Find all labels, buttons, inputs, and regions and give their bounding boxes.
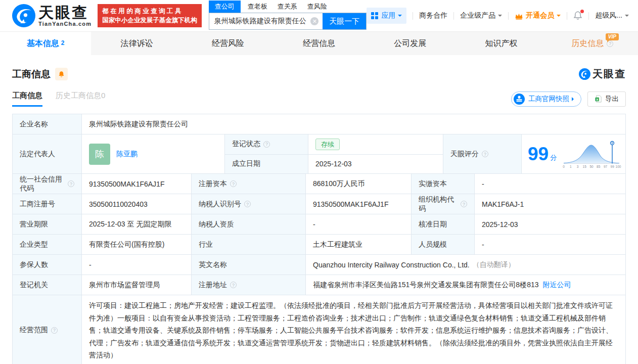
notification-bell[interactable] [573,11,582,20]
legal-rep-cell: 陈 陈亚鹏 [81,134,224,173]
divider [413,12,413,20]
slogan-line1: 都 在 用 的 商 业 查 询 工 具 [102,7,197,16]
snapshot-label: 工商官网快照 [528,95,569,104]
tick-label: 0 [563,165,565,168]
help-icon[interactable]: ? [51,327,58,334]
search-module: 查公司 查老板 查关系 查风险 ✕ 天眼一下 [209,2,367,30]
help-icon[interactable]: ? [230,180,237,187]
crown-icon [515,12,523,20]
open-membership-button[interactable]: 开通会员 [515,11,561,20]
reg-capital-value: 868100万人民币 [305,174,411,194]
tab-history-info[interactable]: VIP 历史信息 ? [547,32,638,55]
section-header: 工商信息 天眼查 [12,67,626,81]
company-name-value: 泉州城际铁路建设有限责任公司 [81,114,625,134]
tyc-score-label: 天眼评分 [450,150,479,159]
search-tab-company[interactable]: 查公司 [209,1,241,13]
tab-basic-info[interactable]: 基本信息 2 [0,32,91,55]
apps-menu[interactable]: 应用 [367,8,406,24]
stamp-icon [513,93,525,105]
field-label: 英文名称 [191,255,305,275]
field-label: 登记机关 [13,275,81,295]
export-label: 导出 [605,95,619,104]
field-label: 统一社会信用代码 ? [13,174,81,194]
help-icon[interactable]: ? [482,151,488,157]
bell-icon [58,71,65,78]
help-icon[interactable]: ? [244,201,251,207]
search-input[interactable] [209,13,311,29]
company-type-value: 有限责任公司(国有控股) [81,235,191,254]
tab-company-development[interactable]: 公司发展 [364,32,455,55]
export-button[interactable]: X 导出 [587,92,626,107]
search-tab-relation[interactable]: 查关系 [278,1,297,13]
tick-label: 1 [570,165,572,168]
table-row-company-name: 企业名称 泉州城际铁路建设有限责任公司 [13,114,625,134]
table-row-company-type: 企业类型 有限责任公司(国有控股) 行业 土木工程建筑业 人员规模 - [13,234,625,254]
nav-super-risk[interactable]: 超级风... [595,11,629,20]
help-icon[interactable]: ? [230,282,237,288]
tianyancha-logo[interactable]: 天眼查 TianYanCha.com [12,4,92,27]
apps-grid-icon [371,12,378,19]
help-icon[interactable]: ? [461,201,467,207]
table-row-legal-rep: 法定代表人 陈 陈亚鹏 登记状态 ? 存续 成立日期 [13,134,625,173]
chevron-right-icon [572,97,576,101]
tab-intellectual-property[interactable]: 知识产权 [455,32,546,55]
tianyancha-logo-icon [12,4,35,27]
business-scope-value: 许可项目：建设工程施工；房地产开发经营；建设工程监理。（依法须经批准的项目，经相… [81,295,625,364]
tab-legal-proceedings[interactable]: 法律诉讼 [91,32,182,55]
reg-capital-label: 注册资本 [199,179,227,189]
slogan-line2: 国家中小企业发展子基金旗下机构 [102,16,197,25]
reg-authority-value: 泉州市市场监督管理局 [81,275,191,295]
field-label: 实缴资本 [411,174,474,194]
divider [588,12,589,20]
paid-capital-value: - [474,174,625,194]
vip-badge: VIP [606,33,619,40]
score-unit: 分 [550,153,557,162]
field-label: 企业类型 [13,235,81,254]
search-button[interactable]: 天眼一下 [323,13,366,29]
avatar[interactable]: 陈 [89,144,110,165]
tab-operation-info[interactable]: 经营信息 [274,32,364,55]
divider [567,12,567,20]
reg-status-row: 登记状态 ? 存续 [225,134,443,154]
biz-label: 商务合作 [419,11,447,20]
search-tab-risk[interactable]: 查风险 [307,1,327,13]
tab-operation-risk[interactable]: 经营风险 [183,32,274,55]
status-date-grid: 登记状态 ? 存续 成立日期 2025-12-03 [224,134,443,173]
business-term-value: 2025-12-03 至 无固定期限 [81,214,191,234]
establish-date-label: 成立日期 [232,159,260,168]
field-label: 核准日期 [411,214,474,234]
org-code-value: MAK1F6AJ-1 [474,194,625,214]
table-row-reg-number: 工商注册号 350500110020403 纳税人识别号 ? 91350500M… [13,194,625,214]
table-row-reg-address: 登记机关 泉州市市场监督管理局 注册地址 ? 福建省泉州市丰泽区美仙路151号泉… [13,275,625,295]
search-tab-boss[interactable]: 查老板 [248,1,267,13]
tab-label: 基本信息 [27,38,59,49]
nav-enterprise-products[interactable]: 企业级产品 [460,11,502,20]
subtab-history-business-info[interactable]: 历史工商信息0 [56,91,105,107]
subscribe-bell-button[interactable] [55,68,68,80]
field-label: 注册地址 ? [191,275,305,295]
divider [453,12,454,20]
excel-icon: X [595,95,602,103]
logo-subtitle: TianYanCha.com [38,21,92,27]
brand-slogan: 都 在 用 的 商 业 查 询 工 具 国家中小企业发展子基金旗下机构 [98,4,202,27]
legal-rep-link[interactable]: 陈亚鹏 [116,150,138,159]
help-icon[interactable]: ? [68,180,74,187]
business-info-table: 企业名称 泉州城际铁路建设有限责任公司 法定代表人 陈 陈亚鹏 登记状态 ? 存… [12,114,626,364]
reg-status-value: 存续 [308,134,443,154]
official-snapshot-button[interactable]: 工商官网快照 [511,92,581,107]
subtab-business-info[interactable]: 工商信息 [12,91,42,107]
help-icon[interactable]: ? [263,141,270,148]
nav-business-cooperation[interactable]: 商务合作 [419,11,447,20]
staff-size-value: - [474,235,625,254]
tab-count: 2 [61,39,65,47]
tick-label: 97 [604,165,608,168]
nearby-companies-link[interactable]: 附近公司 [543,281,571,290]
field-label: 法定代表人 [13,134,81,173]
apps-label: 应用 [381,11,395,20]
field-label: 企业名称 [13,114,81,134]
tianyancha-watermark: 天眼查 [579,67,626,81]
clear-icon[interactable]: ✕ [310,17,318,25]
industry-value: 土木工程建筑业 [305,235,411,254]
score-distribution-chart: 0 1 3 15 50 85 97 99 100 [562,140,621,169]
taxpayer-id-value: 91350500MAK1F6AJ1F [305,194,411,214]
